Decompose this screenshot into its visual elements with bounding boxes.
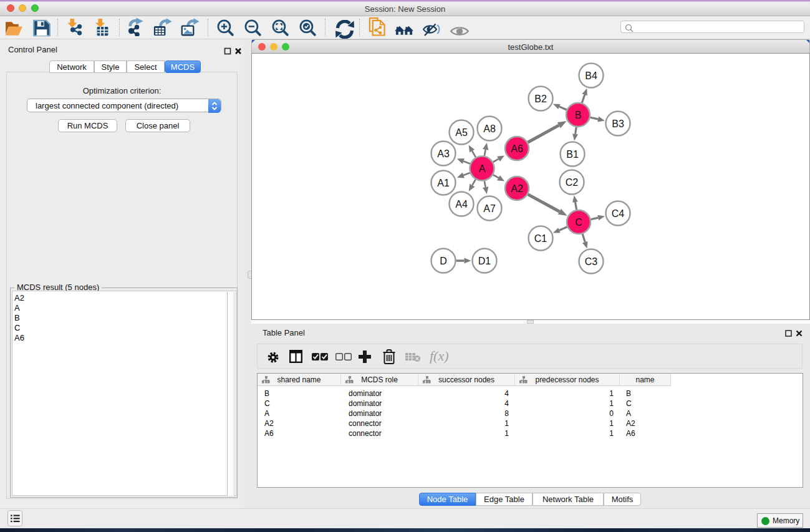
svg-text:A2: A2: [511, 183, 523, 194]
svg-text:C3: C3: [585, 256, 598, 267]
svg-text:A8: A8: [483, 123, 496, 134]
svg-text:C1: C1: [534, 233, 547, 244]
svg-text:A1: A1: [437, 178, 450, 188]
svg-text:D1: D1: [478, 256, 491, 266]
svg-text:A6: A6: [511, 143, 523, 154]
svg-text:A7: A7: [483, 203, 496, 214]
svg-text:A5: A5: [455, 127, 468, 138]
svg-text:B2: B2: [534, 94, 547, 104]
svg-text:A: A: [479, 163, 486, 174]
svg-text:A4: A4: [455, 199, 468, 210]
svg-text:B1: B1: [566, 149, 579, 160]
svg-text:B3: B3: [612, 118, 624, 129]
svg-text:D: D: [440, 256, 447, 266]
svg-text:C2: C2: [566, 177, 579, 188]
svg-text:C: C: [575, 217, 582, 228]
svg-text:B4: B4: [585, 70, 597, 81]
svg-text:A3: A3: [437, 148, 450, 159]
svg-text:C4: C4: [612, 208, 625, 219]
svg-text:B: B: [575, 110, 582, 120]
